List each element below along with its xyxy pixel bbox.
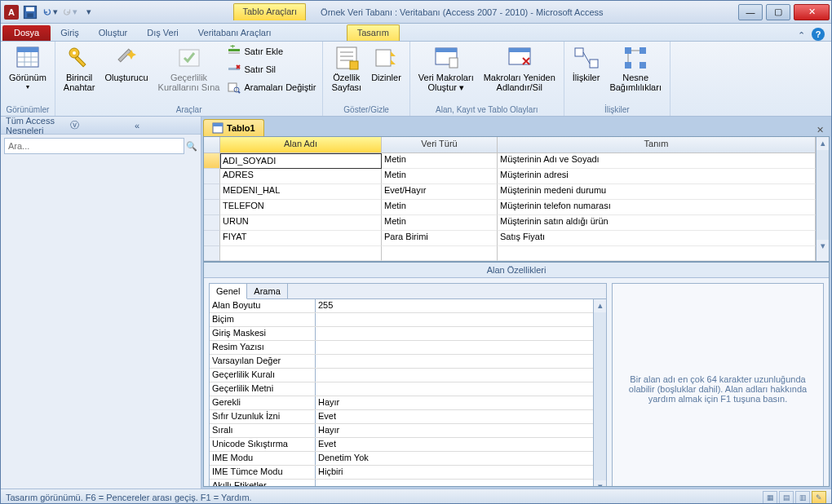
data-type-cell[interactable]: Evet/Hayır [382,184,498,200]
data-type-cell[interactable]: Para Birimi [382,231,498,246]
property-value[interactable]: Evet [316,410,593,423]
column-header-data-type[interactable]: Veri Türü [382,137,498,153]
tab-home[interactable]: Giriş [51,25,89,41]
property-value[interactable] [316,355,593,368]
property-value[interactable]: Hiçbiri [316,466,593,479]
window-minimize-button[interactable]: — [738,4,763,20]
field-name-cell[interactable]: ADRES [220,169,382,184]
property-value[interactable]: Denetim Yok [316,452,593,465]
data-type-cell[interactable]: Metin [382,200,498,215]
ribbon-minimize-icon[interactable]: ⌃ [798,30,805,41]
data-type-cell[interactable]: Metin [382,169,498,184]
object-dependencies-button[interactable]: Nesne Bağımlılıkları [606,43,665,94]
grid-corner[interactable] [204,137,220,153]
qat-redo-icon[interactable]: ▾ [61,4,77,20]
indexes-button[interactable]: Dizinler [368,43,405,84]
property-value[interactable]: Hayır [316,396,593,409]
row-selector[interactable] [204,231,220,246]
data-type-cell[interactable]: Metin [382,215,498,231]
row-selector[interactable] [204,153,220,169]
property-value[interactable] [316,480,593,487]
property-value[interactable] [316,369,593,382]
svg-rect-4 [17,47,38,52]
field-name-cell[interactable] [220,153,382,169]
rename-macro-icon [507,45,533,71]
row-selector-empty[interactable] [204,246,220,261]
tab-file[interactable]: Dosya [2,25,51,41]
property-value[interactable] [316,313,593,326]
relationships-button[interactable]: İlişkiler [569,43,604,84]
property-value[interactable] [316,341,593,354]
nav-search-input[interactable] [4,138,184,154]
svg-line-34 [583,52,590,64]
view-pivottable-icon[interactable]: ▤ [779,491,794,504]
tab-dbtools[interactable]: Veritabanı Araçları [188,25,281,41]
property-value[interactable]: 255 [316,299,593,312]
props-tab-general[interactable]: Genel [210,284,247,299]
data-type-cell[interactable]: Metin [382,153,498,169]
view-button[interactable]: Görünüm▼ [6,43,50,94]
field-name-cell[interactable]: TELEFON [220,200,382,215]
column-header-description[interactable]: Tanım [498,137,816,153]
field-name-cell[interactable]: URUN [220,215,382,231]
column-header-field-name[interactable]: Alan Adı [220,137,382,153]
scroll-up-icon[interactable]: ▴ [817,137,829,150]
events-group-label: Alan, Kayıt ve Tablo Olayları [415,104,559,116]
description-cell[interactable]: Müşterinin Adı ve Soyadı [498,153,816,169]
row-selector[interactable] [204,200,220,215]
field-name-cell[interactable]: FIYAT [220,231,382,246]
tab-design[interactable]: Tasarım [347,24,400,41]
property-value[interactable] [316,327,593,340]
props-tab-lookup[interactable]: Arama [247,284,287,298]
view-pivotchart-icon[interactable]: ▥ [795,491,810,504]
qat-undo-icon[interactable]: ▾ [42,4,58,20]
qat-customize-icon[interactable]: ▾ [81,4,97,20]
builder-button[interactable]: Oluşturucu [101,43,151,84]
delete-rows-button[interactable]: Satır Sil [226,61,317,77]
test-validation-button[interactable]: Geçerlilik Kurallarını Sına [155,43,223,94]
description-cell[interactable]: Müşterinin adresi [498,169,816,184]
nav-pane-title[interactable]: Tüm Access Nesneleri [6,116,67,135]
document-tab-tablo1[interactable]: Tablo1 [203,119,264,136]
scroll-down-icon[interactable]: ▾ [594,480,606,487]
tab-create[interactable]: Oluştur [89,25,137,41]
row-selector[interactable] [204,215,220,231]
description-cell[interactable]: Müşterinin medeni durumu [498,184,816,200]
nav-dropdown-icon[interactable]: ⓥ [70,119,131,131]
table-tools-contextual-tab[interactable]: Tablo Araçları [233,3,306,20]
property-sheet-button[interactable]: Özellik Sayfası [328,43,365,94]
field-name-input[interactable] [223,154,379,167]
modify-lookups-button[interactable]: Aramaları Değiştir [226,79,317,95]
window-close-button[interactable]: ✕ [794,4,830,20]
create-data-macros-button[interactable]: Veri Makroları Oluştur ▾ [415,43,477,94]
rename-delete-macro-button[interactable]: Makroları Yeniden Adlandır/Sil [480,43,559,94]
props-scrollbar[interactable]: ▴ ▾ [593,299,606,487]
search-icon[interactable]: 🔍 [186,141,197,152]
description-cell[interactable]: Müşterinin telefon numarası [498,200,816,215]
document-close-button[interactable]: ✕ [813,123,826,136]
scroll-down-icon[interactable]: ▾ [817,240,829,253]
property-value[interactable]: Evet [316,438,593,451]
view-design-icon[interactable]: ✎ [812,491,826,504]
window-maximize-button[interactable]: ▢ [766,4,790,20]
qat-save-icon[interactable] [22,4,38,20]
showhide-group-label: Göster/Gizle [328,104,404,116]
row-selector[interactable] [204,184,220,200]
nav-collapse-icon[interactable]: « [135,121,196,130]
description-cell[interactable]: Satış Fiyatı [498,231,816,246]
view-datasheet-icon[interactable]: ▦ [763,491,777,504]
row-selector[interactable] [204,169,220,184]
insert-rows-button[interactable]: + Satır Ekle [226,43,317,60]
access-logo: A [4,5,19,20]
property-value[interactable]: Hayır [316,424,593,437]
grid-scrollbar[interactable]: ▴ ▾ [816,137,829,261]
field-name-cell[interactable]: MEDENI_HAL [220,184,382,200]
tab-external[interactable]: Dış Veri [137,25,188,41]
property-sheet-icon [334,45,360,71]
property-value[interactable] [316,382,593,396]
scroll-up-icon[interactable]: ▴ [594,299,606,312]
primary-key-button[interactable]: Birincil Anahtar [60,43,99,94]
description-cell[interactable]: Müşterinin satın aldığı ürün [498,215,816,231]
help-icon[interactable]: ? [812,28,825,41]
svg-rect-15 [228,52,240,54]
